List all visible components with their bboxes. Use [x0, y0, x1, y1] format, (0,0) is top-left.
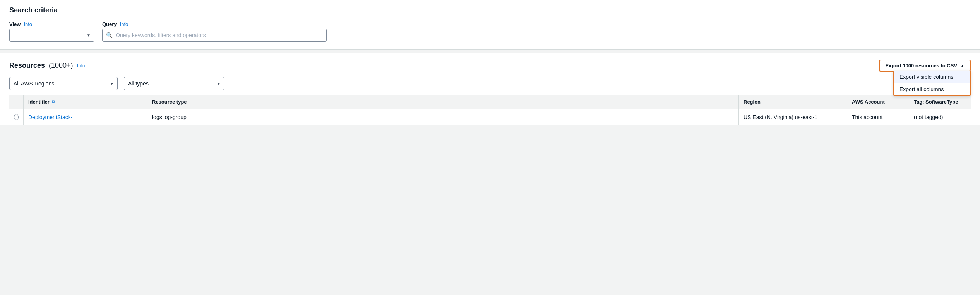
search-criteria-section: Search criteria View Info ▼ Query Info 🔍	[0, 0, 980, 50]
table-row: DeploymentStack- logs:log-group US East …	[9, 109, 971, 125]
export-button-label: Export 1000 resources to CSV	[885, 63, 957, 68]
export-dropdown-container: Export 1000 resources to CSV ▲ Export vi…	[879, 60, 971, 72]
export-button[interactable]: Export 1000 resources to CSV ▲	[879, 60, 971, 72]
table-header-identifier-label: Identifier	[28, 99, 50, 105]
aws-account-value: This account	[852, 114, 882, 120]
view-info-link[interactable]: Info	[24, 21, 32, 27]
resource-identifier-link[interactable]: DeploymentStack-	[28, 114, 72, 120]
table-header-resource-type: Resource type	[147, 95, 738, 109]
query-input[interactable]	[102, 29, 327, 42]
filters-row: All AWS Regions ▼ All types ▼ ‹ 1 2	[9, 77, 971, 90]
table-header-row: Identifier ⧉ Resource type Region AWS Ac…	[9, 95, 971, 109]
table-cell-software-type: (not tagged)	[909, 109, 971, 125]
table-header-region-label: Region	[744, 99, 761, 105]
query-label: Query Info	[102, 21, 327, 27]
software-type-value: (not tagged)	[914, 114, 943, 120]
resources-count: (1000+)	[49, 61, 73, 70]
region-filter-select[interactable]: All AWS Regions	[9, 77, 118, 90]
table-header-select	[9, 95, 23, 109]
query-input-wrapper: 🔍	[102, 29, 327, 42]
types-filter-wrapper: All types ▼	[124, 77, 224, 90]
resources-section: Resources (1000+) Info Export 1000 resou…	[0, 53, 980, 125]
types-filter-select[interactable]: All types	[124, 77, 224, 90]
query-info-link[interactable]: Info	[120, 21, 128, 27]
view-select-wrapper: ▼	[9, 29, 94, 42]
external-link-icon: ⧉	[52, 99, 55, 104]
table-cell-aws-account: This account	[847, 109, 909, 125]
view-form-group: View Info ▼	[9, 21, 94, 42]
section-divider	[0, 50, 980, 50]
view-label-text: View	[9, 21, 21, 27]
resources-table: Identifier ⧉ Resource type Region AWS Ac…	[9, 95, 971, 125]
region-value: US East (N. Virginia) us-east-1	[744, 114, 817, 120]
export-all-columns-item[interactable]: Export all columns	[894, 83, 970, 95]
table-header-software-type-label: Tag: SoftwareType	[914, 99, 958, 105]
view-select[interactable]	[9, 29, 94, 42]
export-visible-columns-item[interactable]: Export visible columns	[894, 71, 970, 83]
region-filter-wrapper: All AWS Regions ▼	[9, 77, 118, 90]
query-form-group: Query Info 🔍	[102, 21, 327, 42]
export-arrow-icon: ▲	[960, 63, 965, 68]
resources-title: Resources	[9, 61, 45, 70]
table-header-identifier: Identifier ⧉	[23, 95, 147, 109]
query-label-text: Query	[102, 21, 117, 27]
table-cell-resource-type: logs:log-group	[147, 109, 738, 125]
table-header-software-type: Tag: SoftwareType	[909, 95, 971, 109]
search-criteria-title: Search criteria	[9, 6, 971, 14]
resources-header: Resources (1000+) Info Export 1000 resou…	[9, 60, 971, 72]
resources-info-link[interactable]: Info	[77, 63, 86, 68]
resources-title-group: Resources (1000+) Info	[9, 61, 85, 70]
table-cell-identifier: DeploymentStack-	[23, 109, 147, 125]
form-row: View Info ▼ Query Info 🔍	[9, 21, 971, 42]
view-label: View Info	[9, 21, 94, 27]
resource-type-value: logs:log-group	[152, 114, 187, 120]
table-header-resource-type-label: Resource type	[152, 99, 187, 105]
table-header-aws-account-label: AWS Account	[852, 99, 885, 105]
row-radio-button[interactable]	[14, 114, 19, 120]
table-cell-radio	[9, 109, 23, 125]
export-dropdown-menu: Export visible columns Export all column…	[893, 71, 971, 96]
table-header-region: Region	[738, 95, 847, 109]
table-cell-region: US East (N. Virginia) us-east-1	[738, 109, 847, 125]
table-header-aws-account: AWS Account	[847, 95, 909, 109]
